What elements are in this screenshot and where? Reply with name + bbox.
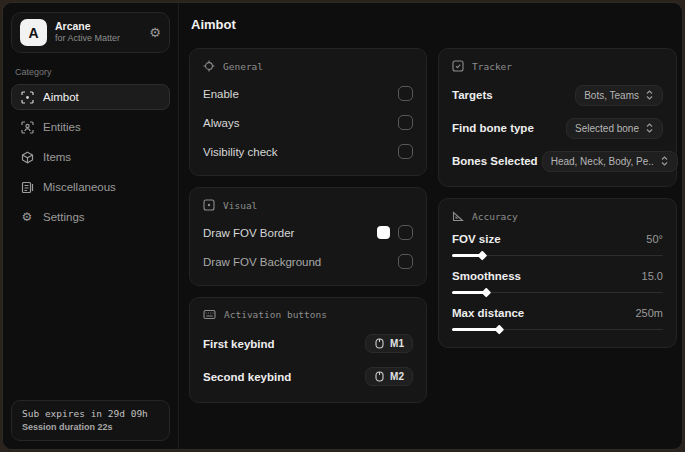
- slider-value: 50°: [646, 233, 663, 245]
- setting-row-draw-fov-background: Draw FOV Background: [203, 251, 413, 272]
- left-column: General Enable Always Visibility check: [189, 48, 427, 403]
- targets-dropdown[interactable]: Bots, Teams: [575, 85, 663, 106]
- setting-label: Draw FOV Background: [203, 256, 321, 268]
- desktop-background: A Arcane for Active Matter ⚙ Category Ai…: [0, 0, 685, 452]
- slider-label: FOV size: [452, 233, 501, 245]
- sidebar-item-items[interactable]: Items: [11, 144, 170, 170]
- sidebar-item-aimbot[interactable]: Aimbot: [11, 84, 170, 110]
- category-label: Category: [15, 67, 170, 77]
- slider-smoothness: Smoothness 15.0: [452, 270, 663, 297]
- enable-checkbox[interactable]: [398, 86, 413, 101]
- slider-thumb[interactable]: [482, 288, 491, 297]
- visual-card: Visual Draw FOV Border Draw FOV Backgrou…: [189, 187, 427, 286]
- setting-row-bones-selected: Bones Selected Head, Neck, Body, Pe..: [452, 149, 663, 173]
- setting-label: Enable: [203, 88, 239, 100]
- gear-icon: ⚙: [20, 210, 34, 224]
- draw-fov-background-checkbox[interactable]: [398, 254, 413, 269]
- activation-buttons-card: Activation buttons First keybind M1: [189, 297, 427, 403]
- visual-card-header: Visual: [203, 199, 413, 211]
- slider-value: 250m: [635, 307, 663, 319]
- gear-icon[interactable]: ⚙: [149, 26, 161, 39]
- crosshair-scan-icon: [20, 90, 34, 104]
- slider-label: Max distance: [452, 307, 524, 319]
- unfold-icon: [645, 123, 654, 133]
- right-column: Tracker Targets Bots, Teams Find bone ty…: [438, 48, 677, 348]
- app-name: Arcane: [55, 20, 141, 33]
- setting-label: Visibility check: [203, 146, 278, 158]
- setting-row-always: Always: [203, 112, 413, 133]
- mouse-icon: [374, 371, 385, 382]
- setting-row-second-keybind: Second keybind M2: [203, 364, 413, 389]
- second-keybind-button[interactable]: M2: [365, 367, 413, 386]
- smoothness-slider[interactable]: [452, 288, 663, 297]
- general-card-header: General: [203, 60, 413, 72]
- cube-icon: [20, 150, 34, 164]
- slider-thumb[interactable]: [478, 251, 487, 260]
- slider-max-distance: Max distance 250m: [452, 307, 663, 334]
- draw-fov-border-checkbox[interactable]: [398, 225, 413, 240]
- find-bone-type-dropdown[interactable]: Selected bone: [566, 118, 663, 139]
- keyboard-icon: [203, 309, 216, 320]
- setting-label: Bones Selected: [452, 155, 538, 167]
- accuracy-card: Accuracy FOV size 50°: [438, 198, 677, 348]
- setting-row-draw-fov-border: Draw FOV Border: [203, 222, 413, 243]
- sidebar-item-label: Settings: [43, 211, 85, 223]
- fov-size-slider[interactable]: [452, 251, 663, 260]
- bones-selected-dropdown[interactable]: Head, Neck, Body, Pe..: [542, 151, 678, 172]
- sidebar: A Arcane for Active Matter ⚙ Category Ai…: [3, 3, 179, 449]
- sidebar-item-label: Items: [43, 151, 71, 163]
- slider-fov-size: FOV size 50°: [452, 233, 663, 260]
- triangle-ruler-icon: [452, 210, 464, 222]
- app-logo: A: [20, 19, 47, 46]
- main-content: Aimbot General Enable: [179, 3, 682, 449]
- setting-label: Find bone type: [452, 122, 534, 134]
- setting-row-find-bone-type: Find bone type Selected bone: [452, 116, 663, 140]
- category-nav: Aimbot Entities: [11, 84, 170, 230]
- slider-thumb[interactable]: [495, 325, 504, 334]
- frame-icon: [203, 199, 215, 211]
- setting-row-enable: Enable: [203, 83, 413, 104]
- slider-value: 15.0: [642, 270, 663, 282]
- setting-row-visibility-check: Visibility check: [203, 141, 413, 162]
- max-distance-slider[interactable]: [452, 325, 663, 334]
- tracker-card-header: Tracker: [452, 60, 663, 72]
- sidebar-item-label: Miscellaneous: [43, 181, 116, 193]
- sub-expiry-text: Sub expires in 29d 09h: [22, 408, 159, 419]
- first-keybind-button[interactable]: M1: [365, 334, 413, 353]
- setting-row-targets: Targets Bots, Teams: [452, 83, 663, 107]
- unfold-icon: [660, 156, 669, 166]
- sidebar-item-miscellaneous[interactable]: Miscellaneous: [11, 174, 170, 200]
- general-card: General Enable Always Visibility check: [189, 48, 427, 176]
- setting-row-first-keybind: First keybind M1: [203, 331, 413, 356]
- target-box-icon: [452, 60, 464, 72]
- unfold-icon: [645, 90, 654, 100]
- setting-label: First keybind: [203, 338, 275, 350]
- app-window: A Arcane for Active Matter ⚙ Category Ai…: [2, 2, 683, 450]
- app-subtitle: for Active Matter: [55, 33, 141, 44]
- accuracy-card-header: Accuracy: [452, 210, 663, 222]
- brand-card: A Arcane for Active Matter ⚙: [11, 12, 170, 53]
- crosshair-icon: [203, 60, 215, 72]
- person-scan-icon: [20, 120, 34, 134]
- sidebar-item-settings[interactable]: ⚙ Settings: [11, 204, 170, 230]
- brand-text: Arcane for Active Matter: [55, 20, 141, 44]
- page-title: Aimbot: [191, 17, 669, 32]
- fov-border-color-swatch[interactable]: [377, 226, 390, 239]
- mouse-icon: [374, 338, 385, 349]
- sidebar-item-entities[interactable]: Entities: [11, 114, 170, 140]
- activation-card-header: Activation buttons: [203, 309, 413, 320]
- always-checkbox[interactable]: [398, 115, 413, 130]
- sidebar-item-label: Entities: [43, 121, 81, 133]
- tracker-card: Tracker Targets Bots, Teams Find bone ty…: [438, 48, 677, 187]
- setting-label: Second keybind: [203, 371, 291, 383]
- list-icon: [20, 180, 34, 194]
- session-duration-text: Session duration 22s: [22, 422, 159, 432]
- setting-label: Draw FOV Border: [203, 227, 294, 239]
- subscription-panel: Sub expires in 29d 09h Session duration …: [11, 400, 170, 441]
- visibility-check-checkbox[interactable]: [398, 144, 413, 159]
- setting-label: Targets: [452, 89, 493, 101]
- setting-label: Always: [203, 117, 239, 129]
- sidebar-item-label: Aimbot: [43, 91, 79, 103]
- slider-label: Smoothness: [452, 270, 521, 282]
